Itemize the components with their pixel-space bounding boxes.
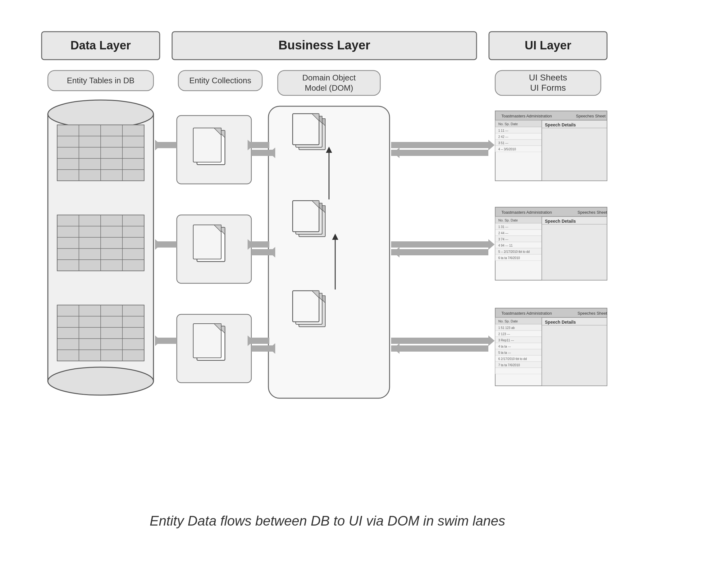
svg-rect-60	[293, 201, 319, 232]
svg-rect-139	[391, 142, 488, 148]
svg-point-8	[48, 100, 153, 128]
svg-rect-143	[155, 241, 177, 248]
svg-rect-153	[155, 338, 177, 344]
svg-point-9	[48, 367, 153, 395]
svg-rect-37	[193, 128, 221, 162]
svg-text:4   --  3/5/2010: 4 -- 3/5/2010	[498, 148, 516, 151]
svg-text:1   31    ---: 1 31 ---	[498, 225, 508, 229]
svg-rect-135	[248, 142, 269, 148]
svg-text:1   51  123 ab: 1 51 123 ab	[498, 326, 515, 330]
svg-text:3   Rep11    ---: 3 Rep11 ---	[498, 339, 514, 342]
entity-tables-label: Entity Tables in DB	[67, 76, 134, 85]
svg-text:No.  Sp.    Date: No. Sp. Date	[498, 218, 518, 222]
svg-marker-158	[488, 335, 494, 346]
ui-sheets-label-line1: UI Sheets	[529, 73, 567, 82]
business-layer-header: Business Layer	[278, 38, 370, 52]
svg-text:No.  Sp.    Date: No. Sp. Date	[498, 122, 518, 126]
svg-text:4   94    ---  11: 4 94 --- 11	[498, 244, 513, 247]
entity-collections-label: Entity Collections	[189, 76, 251, 85]
dom-label-line2: Model (DOM)	[305, 83, 353, 92]
svg-rect-84	[542, 120, 607, 181]
ui-sheet1-title: Speeches Sheet	[576, 114, 606, 118]
svg-text:3   51    ---: 3 51 ---	[498, 141, 508, 145]
svg-rect-155	[248, 338, 269, 344]
svg-rect-157	[251, 345, 275, 352]
svg-rect-145	[248, 241, 269, 248]
dom-label-line1: Domain Object	[302, 73, 356, 82]
svg-rect-151	[391, 249, 488, 255]
svg-rect-159	[391, 338, 488, 344]
svg-text:Toastmasters Administration: Toastmasters Administration	[501, 311, 552, 316]
svg-marker-138	[488, 140, 494, 150]
svg-text:6  2/17/2010  tbt to dd: 6 2/17/2010 tbt to dd	[498, 357, 527, 361]
svg-text:Speeches Sheet: Speeches Sheet	[577, 311, 607, 316]
svg-rect-133	[155, 142, 177, 148]
svg-text:2   44    ---: 2 44 ---	[498, 231, 508, 235]
svg-text:3   74    ---: 3 74 ---	[498, 238, 508, 241]
svg-text:7  ta ta  7/6/2010: 7 ta ta 7/6/2010	[498, 363, 520, 367]
svg-text:2   42    ---: 2 42 ---	[498, 135, 508, 139]
svg-rect-141	[391, 150, 488, 156]
svg-text:Speech Details: Speech Details	[545, 219, 576, 224]
svg-rect-137	[251, 150, 275, 156]
svg-rect-161	[391, 345, 488, 352]
svg-text:Speech Details: Speech Details	[545, 122, 576, 127]
architecture-diagram: Data Layer Business Layer UI Layer Entit…	[32, 22, 685, 550]
svg-text:4   ta ta    ---: 4 ta ta ---	[498, 345, 511, 348]
svg-text:5   ta ta    ---: 5 ta ta ---	[498, 351, 511, 354]
svg-text:2  123   ---: 2 123 ---	[498, 332, 510, 336]
svg-text:6   ta ta  7/6/2010: 6 ta ta 7/6/2010	[498, 256, 520, 260]
svg-rect-54	[293, 114, 319, 145]
svg-text:Speech Details: Speech Details	[545, 320, 576, 324]
ui-sheet1-header: Toastmasters Administration	[501, 114, 552, 118]
ui-sheets-label-line2: UI Forms	[530, 83, 566, 92]
svg-text:Speeches Sheet: Speeches Sheet	[577, 210, 607, 215]
diagram-container: Data Layer Business Layer UI Layer Entit…	[32, 22, 685, 566]
svg-rect-105	[542, 216, 607, 280]
svg-text:1   11    ---: 1 11 ---	[498, 129, 508, 132]
svg-rect-147	[251, 249, 275, 255]
svg-rect-129	[542, 317, 607, 386]
svg-rect-66	[293, 291, 319, 322]
svg-text:No.  Sp.    Date: No. Sp. Date	[498, 319, 518, 323]
svg-rect-149	[391, 241, 488, 248]
svg-rect-42	[193, 225, 221, 259]
svg-text:5   --  2/17/2010 tbt to dd: 5 -- 2/17/2010 tbt to dd	[498, 250, 530, 253]
svg-text:Toastmasters Administration: Toastmasters Administration	[501, 210, 552, 215]
svg-rect-47	[193, 324, 221, 358]
ui-layer-header: UI Layer	[525, 39, 571, 52]
svg-marker-148	[488, 239, 494, 250]
data-layer-header: Data Layer	[70, 39, 131, 52]
caption-text: Entity Data flows between DB to UI via D…	[150, 513, 505, 528]
